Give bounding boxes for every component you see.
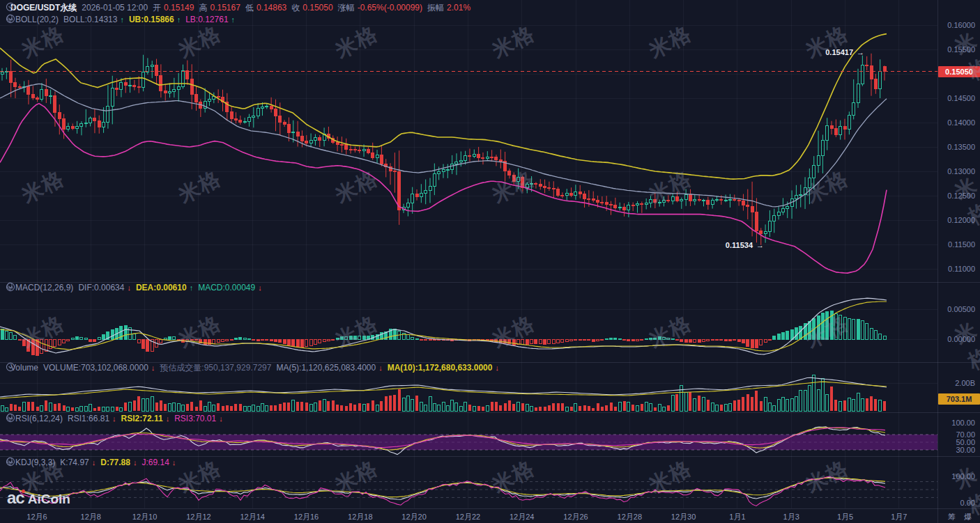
indicator-reading: MACD:0.00049 xyxy=(198,283,255,292)
axis-label: 0.00 xyxy=(960,499,975,507)
date-tick-label: 12月28 xyxy=(618,512,642,522)
down-arrow-icon: ↓ xyxy=(92,458,96,467)
alert-bell-icon xyxy=(6,413,14,422)
date-tick-label: 12月14 xyxy=(240,512,264,522)
indicator-name: BOLL(20,2) xyxy=(15,15,59,24)
alert-bell-icon xyxy=(6,457,14,466)
field-label: 涨幅 xyxy=(338,2,355,14)
indicator-name: MACD(12,26,9) xyxy=(15,283,73,292)
down-arrow-icon: ↓ xyxy=(495,364,499,372)
date-tick-label: 12月8 xyxy=(81,512,101,522)
tab-liquidation[interactable]: 爆 xyxy=(964,512,972,522)
candle-datetime: 2026-01-05 12:00 xyxy=(82,3,148,13)
indicator-reading: DEA:0.00610 xyxy=(136,283,187,292)
axis-label: 30.00 xyxy=(956,446,975,454)
indicator-reading: UB:0.15866 xyxy=(129,15,174,24)
field-label: 开 xyxy=(153,2,161,14)
axis-label: 0.11000 xyxy=(948,265,975,273)
ohlc-field: 开0.15149 xyxy=(153,2,194,14)
alert-bell-icon xyxy=(6,282,14,291)
axis-label: 0.13000 xyxy=(947,167,975,175)
indicator-value: MACD:0.00049↓ xyxy=(198,283,262,292)
indicator-reading: K:74.97 xyxy=(60,458,89,467)
ohlc-field: 收0.15050 xyxy=(291,2,332,14)
indicator-reading: VOLUME:703,102,068.0000 xyxy=(43,363,148,373)
right-arrow-icon: → xyxy=(857,48,864,56)
last-price-badge: 0.15050 xyxy=(938,66,980,77)
date-tick-label: 1月3 xyxy=(783,512,799,522)
volume-badge: 703.1M xyxy=(938,393,980,405)
indicator-reading: DIF:0.00634 xyxy=(78,283,124,292)
high-price-value: 0.15417 xyxy=(825,48,853,56)
up-arrow-icon: ↑ xyxy=(177,15,181,24)
axis-label: 0.11500 xyxy=(948,240,975,249)
kdj-legend: KDJ(9,3,3)K:74.97↓D:77.88↓J:69.14↓ xyxy=(6,457,176,468)
axis-label: 0.13500 xyxy=(947,143,975,151)
logo-mark: ac xyxy=(7,488,24,508)
date-tick-label: 12月26 xyxy=(563,512,588,522)
down-arrow-icon: ↓ xyxy=(219,414,223,423)
date-tick-label: 1月1 xyxy=(729,512,745,522)
alert-bell-icon xyxy=(6,14,14,23)
up-arrow-icon: ↑ xyxy=(231,15,236,24)
chevron-down-circle-icon xyxy=(6,2,15,12)
indicator-name: RSI(6,12,24) xyxy=(15,414,63,423)
down-arrow-icon: ↓ xyxy=(133,458,137,467)
indicator-reading: RSI1:66.81 xyxy=(68,414,109,423)
indicator-value: MA(10):1,172,680,633.0000↓ xyxy=(388,363,499,373)
field-label: 振幅 xyxy=(427,2,444,14)
indicator-value: RSI3:70.01↓ xyxy=(174,414,223,423)
date-tick-label: 12月22 xyxy=(456,512,480,522)
indicator-reading: MA(5):1,120,625,083.4000 xyxy=(276,363,376,373)
logo-text: AiCoin xyxy=(28,492,70,507)
indicator-reading: D:77.88 xyxy=(100,458,130,467)
ohlc-field: 振幅2.01% xyxy=(427,2,470,14)
down-arrow-icon: ↓ xyxy=(166,414,170,423)
right-arrow-icon: → xyxy=(756,241,764,249)
axis-label: 0.00500 xyxy=(947,305,975,313)
field-label: 收 xyxy=(291,2,300,14)
date-tick-label: 12月16 xyxy=(294,512,319,522)
axis-label: 2.00B xyxy=(955,379,975,387)
corner-tabs: 筹 爆 xyxy=(948,512,972,522)
symbol-header: DOGE/USDT永续2026-01-05 12:00开0.15149高0.15… xyxy=(6,2,470,13)
ohlc-field: 涨幅-0.65%(-0.00099) xyxy=(338,2,422,14)
date-tick-label: 1月7 xyxy=(891,512,907,522)
indicator-reading: 预估成交量:950,137,929.7297 xyxy=(160,362,271,374)
axis-label: 100.00 xyxy=(951,419,975,427)
axis-label: 0.15500 xyxy=(947,45,975,54)
low-price-value: 0.11534 xyxy=(726,241,753,249)
up-arrow-icon: ↑ xyxy=(120,15,124,24)
field-value: 0.15050 xyxy=(303,3,332,13)
axis-label: 0.00000 xyxy=(947,335,975,343)
down-arrow-icon: ↓ xyxy=(112,414,116,423)
indicator-value: D:77.88↓ xyxy=(100,458,137,467)
tab-chip-distribution[interactable]: 筹 xyxy=(948,512,956,522)
indicator-value: UB:0.15866↑ xyxy=(129,15,181,24)
field-value: 0.15149 xyxy=(164,3,194,13)
axis-label: 0.16000 xyxy=(947,21,975,29)
last-price-value: 0.15050 xyxy=(945,68,973,76)
field-value: 0.15167 xyxy=(210,3,240,13)
axis-label: 0.12500 xyxy=(947,192,975,200)
down-arrow-icon: ↓ xyxy=(378,364,383,372)
indicator-value: VOLUME:703,102,068.0000↓ xyxy=(43,363,155,373)
axis-label: 0.14500 xyxy=(947,94,975,102)
indicator-value: DIF:0.00634↓ xyxy=(78,283,131,292)
down-arrow-icon: ↓ xyxy=(127,283,131,292)
date-tick-label: 12月10 xyxy=(132,512,157,522)
indicator-name: KDJ(9,3,3) xyxy=(15,458,55,467)
ohlc-field: 高0.15167 xyxy=(199,2,240,14)
indicator-reading: LB:0.12761 xyxy=(185,15,228,24)
indicator-reading: J:69.14 xyxy=(141,458,169,467)
date-tick-label: 12月12 xyxy=(186,512,210,522)
trading-chart-app: DOGE/USDT永续2026-01-05 12:00开0.15149高0.15… xyxy=(0,0,980,523)
date-tick-label: 12月18 xyxy=(348,512,372,522)
field-label: 低 xyxy=(245,2,254,14)
volume-badge-value: 703.1M xyxy=(947,395,972,403)
up-arrow-icon: ↑ xyxy=(190,283,194,292)
chart-canvas[interactable] xyxy=(0,0,980,523)
down-arrow-icon: ↓ xyxy=(258,283,262,292)
axis-label: 100.00 xyxy=(951,472,975,481)
axis-label: 0.12000 xyxy=(947,216,975,224)
